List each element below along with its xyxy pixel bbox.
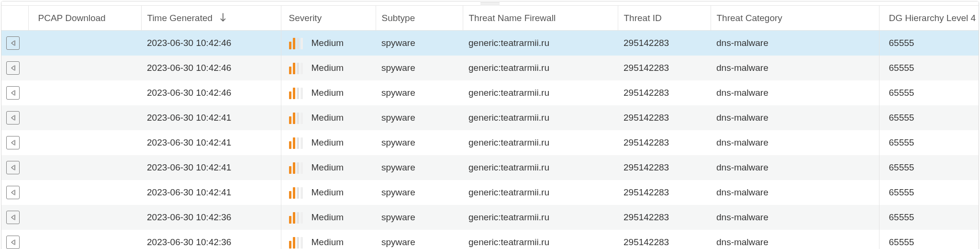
pcap-cell — [28, 105, 141, 130]
column-header-threat-id[interactable]: Threat ID — [618, 6, 711, 31]
threat-category-cell: dns-malware — [711, 105, 879, 130]
column-header-threat-category[interactable]: Threat Category — [711, 6, 879, 31]
drag-handle-icon[interactable] — [1, 1, 979, 5]
pcap-cell — [28, 31, 141, 56]
severity-cell: Medium — [281, 155, 376, 180]
subtype-cell: spyware — [376, 105, 463, 130]
expand-cell — [1, 205, 28, 230]
expand-row-icon[interactable] — [6, 161, 20, 174]
column-label: Threat Name Firewall — [469, 13, 556, 23]
column-header-expand[interactable] — [1, 6, 28, 31]
time-generated-cell: 2023-06-30 10:42:36 — [141, 205, 281, 230]
column-label: Time Generated — [147, 13, 213, 23]
column-label: PCAP Download — [38, 13, 106, 23]
table-row[interactable]: 2023-06-30 10:42:36Mediumspywaregeneric:… — [1, 230, 979, 249]
expand-cell — [1, 80, 28, 105]
threat-id-cell: 295142283 — [618, 31, 711, 56]
subtype-cell: spyware — [376, 155, 463, 180]
threat-name-cell: generic:teatrarmii.ru — [463, 31, 618, 56]
threat-name-cell: generic:teatrarmii.ru — [463, 80, 618, 105]
expand-cell — [1, 180, 28, 205]
expand-row-icon[interactable] — [6, 211, 20, 224]
severity-cell: Medium — [281, 31, 376, 56]
expand-cell — [1, 31, 28, 56]
severity-cell: Medium — [281, 56, 376, 80]
severity-label: Medium — [312, 88, 344, 98]
table-row[interactable]: 2023-06-30 10:42:41Mediumspywaregeneric:… — [1, 180, 979, 205]
threat-id-cell: 295142283 — [618, 130, 711, 155]
expand-row-icon[interactable] — [6, 61, 20, 75]
column-header-dg-hierarchy[interactable]: DG Hierarchy Level 4 — [879, 6, 979, 31]
column-header-time-generated[interactable]: Time Generated — [141, 6, 281, 31]
threat-id-cell: 295142283 — [618, 80, 711, 105]
threat-id-cell: 295142283 — [618, 155, 711, 180]
dg-hierarchy-cell: 65555 — [879, 230, 979, 249]
dg-hierarchy-cell: 65555 — [879, 31, 979, 56]
threat-id-cell: 295142283 — [618, 56, 711, 80]
expand-cell — [1, 155, 28, 180]
severity-bars-icon — [289, 37, 303, 49]
column-label: Threat Category — [717, 13, 782, 23]
subtype-cell: spyware — [376, 56, 463, 80]
time-generated-cell: 2023-06-30 10:42:41 — [141, 130, 281, 155]
expand-row-icon[interactable] — [6, 236, 20, 249]
expand-row-icon[interactable] — [6, 136, 20, 149]
threat-id-cell: 295142283 — [618, 180, 711, 205]
severity-bars-icon — [289, 236, 303, 249]
table-row[interactable]: 2023-06-30 10:42:46Mediumspywaregeneric:… — [1, 31, 979, 56]
time-generated-cell: 2023-06-30 10:42:46 — [141, 80, 281, 105]
severity-cell: Medium — [281, 180, 376, 205]
dg-hierarchy-cell: 65555 — [879, 130, 979, 155]
pcap-cell — [28, 155, 141, 180]
time-generated-cell: 2023-06-30 10:42:46 — [141, 31, 281, 56]
expand-row-icon[interactable] — [6, 186, 20, 199]
table-row[interactable]: 2023-06-30 10:42:46Mediumspywaregeneric:… — [1, 80, 979, 105]
expand-row-icon[interactable] — [6, 36, 20, 50]
column-label: Severity — [289, 13, 322, 23]
subtype-cell: spyware — [376, 180, 463, 205]
table-row[interactable]: 2023-06-30 10:42:41Mediumspywaregeneric:… — [1, 130, 979, 155]
time-generated-cell: 2023-06-30 10:42:41 — [141, 105, 281, 130]
expand-cell — [1, 130, 28, 155]
expand-row-icon[interactable] — [6, 111, 20, 124]
severity-bars-icon — [289, 211, 303, 224]
severity-bars-icon — [289, 161, 303, 174]
threat-id-cell: 295142283 — [618, 230, 711, 249]
expand-row-icon[interactable] — [6, 86, 20, 100]
column-header-pcap[interactable]: PCAP Download — [28, 6, 141, 31]
table-row[interactable]: 2023-06-30 10:42:41Mediumspywaregeneric:… — [1, 105, 979, 130]
table-row[interactable]: 2023-06-30 10:42:41Mediumspywaregeneric:… — [1, 155, 979, 180]
dg-hierarchy-cell: 65555 — [879, 205, 979, 230]
expand-cell — [1, 105, 28, 130]
threat-name-cell: generic:teatrarmii.ru — [463, 180, 618, 205]
threat-name-cell: generic:teatrarmii.ru — [463, 56, 618, 80]
threat-name-cell: generic:teatrarmii.ru — [463, 130, 618, 155]
threat-category-cell: dns-malware — [711, 205, 879, 230]
threat-category-cell: dns-malware — [711, 155, 879, 180]
column-header-subtype[interactable]: Subtype — [376, 6, 463, 31]
table-row[interactable]: 2023-06-30 10:42:46Mediumspywaregeneric:… — [1, 56, 979, 80]
subtype-cell: spyware — [376, 80, 463, 105]
threat-category-cell: dns-malware — [711, 180, 879, 205]
threat-id-cell: 295142283 — [618, 105, 711, 130]
threat-category-cell: dns-malware — [711, 31, 879, 56]
column-header-threat-name[interactable]: Threat Name Firewall — [463, 6, 618, 31]
threat-name-cell: generic:teatrarmii.ru — [463, 205, 618, 230]
table-header-row: PCAP Download Time Generated Severity Su… — [1, 6, 979, 31]
severity-bars-icon — [289, 87, 303, 99]
severity-label: Medium — [312, 187, 344, 198]
severity-label: Medium — [312, 63, 344, 73]
subtype-cell: spyware — [376, 130, 463, 155]
pcap-cell — [28, 205, 141, 230]
table-row[interactable]: 2023-06-30 10:42:36Mediumspywaregeneric:… — [1, 205, 979, 230]
expand-cell — [1, 56, 28, 80]
threat-category-cell: dns-malware — [711, 130, 879, 155]
severity-label: Medium — [312, 212, 344, 223]
severity-label: Medium — [312, 237, 344, 248]
threat-log-table: PCAP Download Time Generated Severity Su… — [1, 5, 979, 249]
column-header-severity[interactable]: Severity — [281, 6, 376, 31]
severity-label: Medium — [312, 38, 344, 48]
column-label: Subtype — [382, 13, 415, 23]
dg-hierarchy-cell: 65555 — [879, 80, 979, 105]
severity-cell: Medium — [281, 105, 376, 130]
